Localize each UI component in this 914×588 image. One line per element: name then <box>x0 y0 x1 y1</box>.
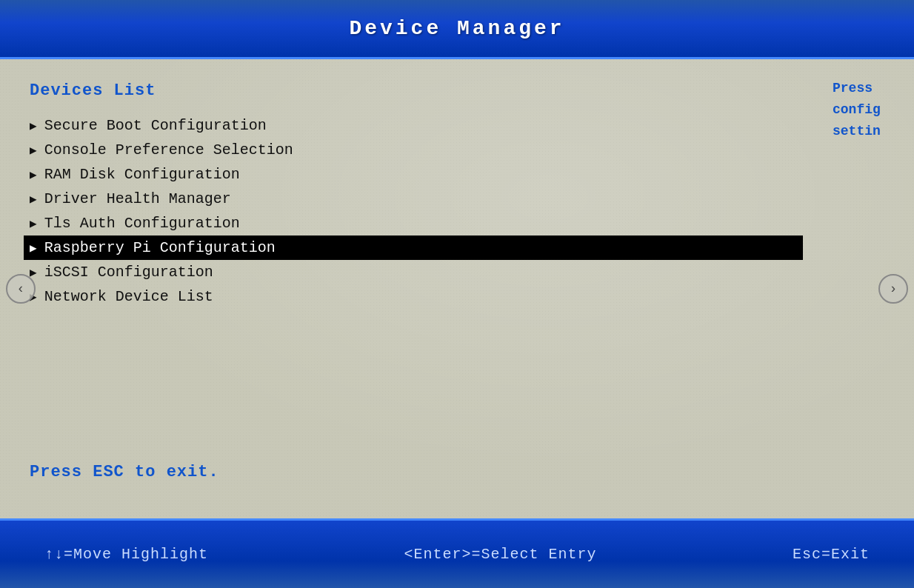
list-arrow-icon: ▶ <box>30 192 37 207</box>
list-item-iscsi[interactable]: ▶ iSCSI Configuration <box>30 260 803 284</box>
bottom-enter-hint: <Enter>=Select Entry <box>404 546 596 563</box>
nav-arrow-right[interactable]: › <box>878 274 908 304</box>
list-item-tls-auth[interactable]: ▶ Tls Auth Configuration <box>30 211 803 235</box>
list-item-label: Network Device List <box>44 288 213 305</box>
main-content: ‹ Devices List ▶ Secure Boot Configurati… <box>0 59 914 518</box>
list-arrow-icon: ▶ <box>30 143 37 158</box>
bottom-esc-hint: Esc=Exit <box>793 546 870 563</box>
list-arrow-icon: ▶ <box>30 241 37 255</box>
bottom-move-hint: ↑↓=Move Highlight <box>44 546 208 563</box>
left-panel: Devices List ▶ Secure Boot Configuration… <box>0 59 825 518</box>
list-item-label: Console Preference Selection <box>44 141 293 158</box>
right-hint-line3: settin <box>833 121 907 142</box>
bottom-bar: ↑↓=Move Highlight <Enter>=Select Entry E… <box>0 518 914 588</box>
list-item-label: iSCSI Configuration <box>44 264 213 281</box>
page-title: Device Manager <box>349 17 564 40</box>
right-hint-line2: config <box>833 99 907 121</box>
list-item-label: Tls Auth Configuration <box>44 215 240 232</box>
list-item-network-device[interactable]: ▶ Network Device List <box>30 284 803 309</box>
menu-list: ▶ Secure Boot Configuration ▶ Console Pr… <box>30 113 803 309</box>
nav-arrow-left[interactable]: ‹ <box>6 274 36 304</box>
list-item-raspberry-pi[interactable]: ▶ Raspberry Pi Configuration <box>24 235 803 260</box>
list-item-label: Secure Boot Configuration <box>44 117 267 134</box>
list-item-label: Raspberry Pi Configuration <box>44 239 276 256</box>
list-item-label: Driver Health Manager <box>44 190 231 207</box>
list-arrow-icon: ▶ <box>30 118 37 133</box>
list-item-driver-health[interactable]: ▶ Driver Health Manager <box>30 187 803 211</box>
chevron-right-icon: › <box>890 281 898 296</box>
devices-list-label: Devices List <box>30 81 803 100</box>
right-hint-line1: Press <box>833 78 907 99</box>
list-item-ram-disk[interactable]: ▶ RAM Disk Configuration <box>30 162 803 187</box>
header-bar: Device Manager <box>0 0 914 59</box>
press-esc-text: Press ESC to exit. <box>30 463 219 481</box>
list-item-console-pref[interactable]: ▶ Console Preference Selection <box>30 138 803 162</box>
list-arrow-icon: ▶ <box>30 216 37 231</box>
list-arrow-icon: ▶ <box>30 167 37 182</box>
list-item-label: RAM Disk Configuration <box>44 166 240 183</box>
list-item-secure-boot[interactable]: ▶ Secure Boot Configuration <box>30 113 803 138</box>
chevron-left-icon: ‹ <box>17 281 25 296</box>
